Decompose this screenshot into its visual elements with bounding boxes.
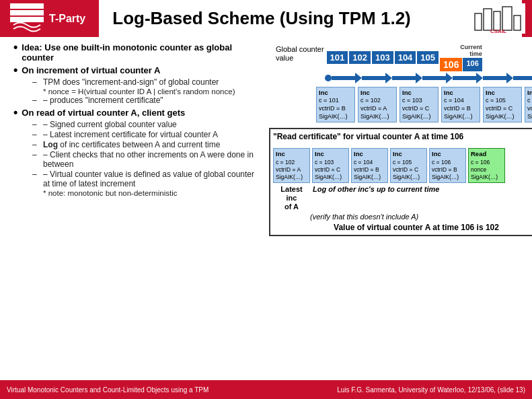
bullet3-sub4-text: – Client checks that no other increments… — [43, 150, 262, 169]
dash1: – — [32, 77, 39, 87]
svg-rect-17 — [422, 76, 446, 80]
svg-marker-12 — [355, 73, 362, 83]
svg-rect-1 — [10, 10, 44, 15]
labels-row: Latestincof A Log of other inc's up to c… — [273, 185, 532, 212]
read-inc-1: Inc c = 103 vctrID = C SigAIK(…) — [312, 148, 349, 182]
bullet2-sub2: – – produces "increment certificate" — [13, 96, 262, 105]
bullet3-section: • On read of virtual counter A, client g… — [13, 108, 262, 197]
bullet3-sub3: – Log of inc certificates between A and … — [13, 140, 262, 149]
inc-box-2: Inc c = 103 vctrID = C SigAIK(…) — [400, 87, 439, 122]
bullet3-sub5: – – Virtual counter value is defined as … — [13, 170, 262, 188]
svg-rect-21 — [483, 76, 506, 80]
page-title: Log-Based Scheme (Using TPM 1.2) — [99, 0, 522, 37]
svg-marker-16 — [416, 73, 422, 83]
cv-102: 102 — [349, 51, 371, 64]
svg-rect-19 — [453, 76, 476, 80]
verify-text: (verify that this doesn't include A) — [273, 213, 532, 221]
bullet3-sub3-text: Log of inc certificates between A and cu… — [43, 140, 220, 149]
inc-box-1: Inc c = 102 vctrID = A SigAIK(…) — [358, 87, 397, 122]
read-inc-5: Read c = 106 nonce SigAIK(…) — [468, 148, 505, 182]
svg-marker-14 — [385, 73, 392, 83]
read-inc-boxes: Inc c = 102 vctrID = A SigAIK(…) Inc c =… — [273, 148, 532, 182]
svg-rect-15 — [392, 76, 416, 80]
bullet3-sub5a: * note: monotonic but non-deterministic — [13, 189, 262, 197]
footer-left: Virtual Monotonic Counters and Count-Lim… — [7, 386, 208, 394]
bullet1-dot: • — [13, 41, 17, 53]
cv-103: 103 — [372, 51, 393, 64]
bullet2-dot: • — [13, 64, 17, 76]
bullet2-section: • On increment of virtual counter A – TP… — [13, 65, 262, 105]
svg-text:CSAIL: CSAIL — [490, 28, 506, 34]
logo-text: T-Party — [49, 13, 85, 25]
svg-rect-2 — [10, 17, 44, 22]
svg-marker-22 — [506, 73, 513, 83]
svg-marker-20 — [476, 73, 483, 83]
bullet1-section: • Idea: Use one built-in monotonic count… — [13, 42, 262, 63]
svg-rect-11 — [332, 76, 355, 80]
dash2: – — [32, 96, 39, 105]
svg-point-10 — [325, 75, 332, 81]
footer: Virtual Monotonic Counters and Count-Lim… — [0, 380, 532, 399]
csail-logo-icon: CSAIL — [471, 3, 525, 34]
svg-rect-23 — [513, 76, 532, 80]
bullet3-text: On read of virtual counter A, client get… — [22, 108, 185, 118]
svg-marker-18 — [446, 73, 453, 83]
bullet2-sub2-text: – produces "increment certificate" — [43, 96, 163, 105]
read-cert-title: "Read certificate" for virtual counter A… — [273, 132, 463, 141]
log-label: Log of other inc's up to current time — [313, 185, 439, 193]
bullet2-main: • On increment of virtual counter A — [13, 65, 262, 76]
cv-106b: 106 — [463, 58, 482, 71]
bullet3-sub1: – – Signed current global counter value — [13, 120, 262, 129]
bullet3-sub4: – – Client checks that no other incremen… — [13, 150, 262, 169]
bullet3-sub2-text: – Latest increment certificate for virtu… — [43, 130, 218, 139]
inc-box-0: Inc c = 101 vctrID = B SigAIK(…) — [316, 87, 355, 122]
inc-box-3: Inc c = 104 vctrID = B SigAIK(…) — [441, 87, 480, 122]
read-inc-3: Inc c = 105 vctrID = C SigAIK(…) — [390, 148, 427, 182]
bullet3-sub2: – – Latest increment certificate for vir… — [13, 130, 262, 139]
logo-area: T-Party — [10, 3, 85, 34]
arrow-row — [323, 73, 532, 85]
inc-boxes-top: Inc c = 101 vctrID = B SigAIK(…) Inc c =… — [316, 87, 532, 122]
bullet2-sub1: – TPM does "increment-and-sign" of globa… — [13, 77, 262, 87]
current-time-label: Currenttime — [460, 44, 482, 57]
bullet2-text: On increment of virtual counter A — [22, 65, 160, 75]
cv-105: 105 — [417, 51, 439, 64]
svg-rect-0 — [10, 3, 44, 9]
bullet2-sub2-dash: – – produces "increment certificate" — [32, 96, 262, 105]
footer-right: Luis F.G. Sarmenta, University of Waterl… — [337, 386, 525, 394]
right-column: Global counter value 101 102 103 104 105… — [269, 42, 532, 377]
bullet1-text: Idea: Use one built-in monotonic counter… — [22, 42, 262, 63]
bullet2-sub1a: * nonce = H(virtual counter ID A | clien… — [13, 87, 262, 96]
counter-diagram: Global counter value 101 102 103 104 105… — [276, 44, 532, 122]
latest-label: Latestincof A — [273, 185, 310, 212]
bullet3-main: • On read of virtual counter A, client g… — [13, 108, 262, 118]
inc-box-4: Inc c = 105 vctrID = C SigAIK(…) — [483, 87, 522, 122]
cv-101: 101 — [327, 51, 348, 64]
bullet2-sub1-text: TPM does "increment-and-sign" of global … — [43, 77, 219, 87]
bullet3-dot: • — [13, 106, 17, 118]
global-counter-label: Global counter value — [276, 45, 324, 63]
read-inc-4: Inc c = 106 vctrID = B SigAIK(…) — [429, 148, 466, 182]
two-col-layout: • Idea: Use one built-in monotonic count… — [13, 42, 519, 377]
bullet3-sub1-text: – Signed current global counter value — [43, 120, 177, 129]
counter-values-row: 101 102 103 104 105 Currenttime 106 106 — [327, 44, 482, 71]
svg-rect-13 — [362, 76, 385, 80]
inc-box-5: Inc c = 106 vctrID = B SigAIK(…) — [525, 87, 532, 122]
bullet2-sub1-dash: – TPM does "increment-and-sign" of globa… — [32, 77, 262, 87]
read-cert-box: "Read certificate" for virtual counter A… — [269, 128, 532, 236]
read-cert-section: "Read certificate" for virtual counter A… — [269, 128, 532, 236]
tparty-logo-icon — [10, 3, 44, 34]
value-text: Value of virtual counter A at time 106 i… — [273, 223, 532, 232]
read-inc-2: Inc c = 104 vctrID = B SigAIK(…) — [351, 148, 388, 182]
bullet3-sub5-text: – Virtual counter value is defined as va… — [43, 170, 262, 188]
cv-106a: 106 — [440, 58, 462, 71]
read-inc-0: Inc c = 102 vctrID = A SigAIK(…) — [273, 148, 310, 182]
header: T-Party Log-Based Scheme (Using TPM 1.2)… — [0, 0, 532, 37]
counter-arrow-svg — [323, 73, 532, 83]
main-content: • Idea: Use one built-in monotonic count… — [0, 37, 532, 380]
bullet1-main: • Idea: Use one built-in monotonic count… — [13, 42, 262, 63]
cv-104: 104 — [395, 51, 416, 64]
left-column: • Idea: Use one built-in monotonic count… — [13, 42, 262, 377]
